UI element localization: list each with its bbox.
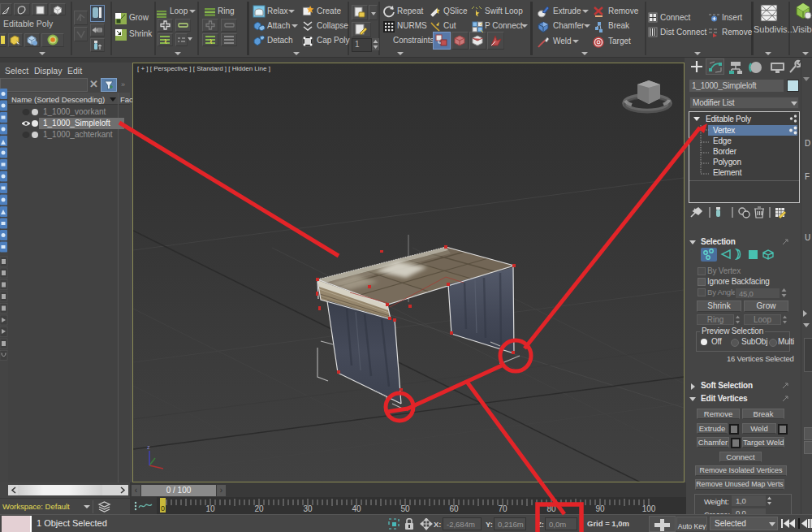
svg-text:80: 80	[546, 504, 556, 513]
svg-text:30: 30	[303, 504, 313, 513]
svg-text:70: 70	[498, 504, 508, 513]
svg-text:20: 20	[254, 504, 264, 513]
svg-text:100: 100	[642, 504, 656, 513]
svg-text:50: 50	[400, 504, 410, 513]
svg-text:40: 40	[352, 504, 361, 513]
svg-text:0: 0	[161, 504, 165, 513]
svg-text:z: z	[147, 444, 150, 450]
svg-text:60: 60	[449, 504, 459, 513]
svg-text:90: 90	[595, 504, 605, 513]
svg-text:10: 10	[205, 504, 215, 513]
